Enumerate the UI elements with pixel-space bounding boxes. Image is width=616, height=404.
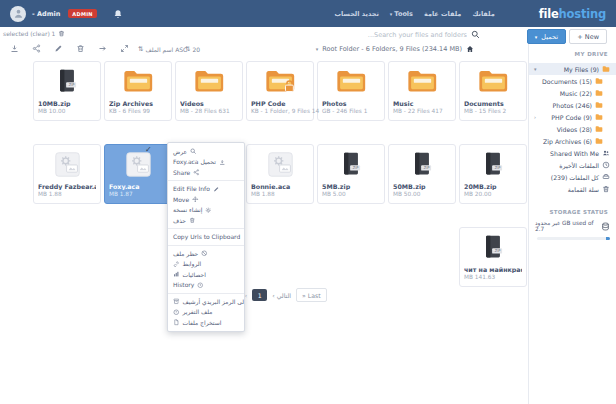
item-name[interactable]: PHP Code	[251, 100, 309, 107]
user-menu[interactable]: - Admin	[32, 10, 60, 18]
sidebar-item-videos[interactable]: Videos (28)	[529, 123, 616, 135]
upload-button[interactable]: تحميل ▾	[527, 29, 566, 44]
share-icon[interactable]	[32, 44, 41, 53]
expand-icon[interactable]	[120, 44, 129, 53]
sidebar-item-music[interactable]: Music (22)	[529, 87, 616, 99]
file-card-minecraft-cheat-zip[interactable]: .ZIP чит на майнкрафт.zip MB 141.63	[459, 227, 527, 287]
item-name[interactable]: 20MB.zip	[464, 183, 522, 190]
menu-item-view[interactable]: عرض	[168, 146, 244, 157]
sidebar-item-trash[interactable]: سلة القمامة	[529, 183, 616, 195]
menu-item-block-file[interactable]: حظر ملف	[168, 248, 244, 259]
menu-item-report-file[interactable]: ملف التقرير	[168, 307, 244, 318]
search-icon[interactable]	[471, 30, 480, 39]
breadcrumb[interactable]: ▾ Root Folder - 6 Folders, 9 Files (234.…	[316, 45, 474, 53]
selected-count-text[interactable]: selected (clear) 1	[3, 30, 55, 37]
nav-renew-account[interactable]: تجديد الحساب	[335, 10, 379, 18]
folder-card-zip-archives[interactable]: Zip Archives KB - 6 Files 99	[104, 61, 172, 121]
share-icon	[193, 169, 200, 176]
item-meta: MB - 15 Files 2	[464, 108, 522, 114]
chevron-down-icon[interactable]: ▾	[534, 66, 540, 72]
nav-tools-dropdown[interactable]: Tools▾	[390, 10, 413, 18]
trash-icon	[602, 185, 610, 193]
folder-card-music[interactable]: Music MB - 22 Files 417	[388, 61, 456, 121]
item-name[interactable]: Freddy Fazbear.aca	[38, 183, 96, 190]
user-avatar[interactable]	[10, 6, 26, 22]
sidebar-item-php-code[interactable]: › PHP Code (9)	[529, 111, 616, 123]
menu-item-links[interactable]: الروابط	[168, 259, 244, 270]
file-card-freddy[interactable]: Freddy Fazbear.aca MB 1.88	[33, 144, 101, 204]
item-name[interactable]: Photos	[322, 100, 380, 107]
folder-card-documents[interactable]: Documents MB - 15 Files 2	[459, 61, 527, 121]
pagination-last[interactable]: » Last	[296, 288, 327, 302]
home-icon[interactable]	[466, 45, 474, 53]
notifications-bell-icon[interactable]	[113, 9, 123, 19]
archive-icon	[173, 298, 180, 305]
sidebar-item-documents[interactable]: Documents (15)	[529, 75, 616, 87]
item-name[interactable]: Zip Archives	[109, 100, 167, 107]
item-name[interactable]: Foxy.aca	[109, 183, 167, 190]
chevron-expander-icon[interactable]: ›	[534, 114, 540, 120]
item-name[interactable]: 5MB.zip	[322, 183, 380, 190]
item-name[interactable]: Videos	[180, 100, 238, 107]
pagination-prev[interactable]: ‹	[245, 292, 247, 299]
file-card-foxy-selected[interactable]: ✓ Foxy.aca MB 1.87	[104, 144, 172, 204]
zip-file-icon: .ZIP	[409, 151, 435, 177]
menu-item-edit-file-info[interactable]: Edit File Info	[168, 184, 244, 195]
new-button[interactable]: + New	[569, 29, 607, 44]
trash-icon[interactable]	[76, 44, 85, 53]
pagination-page-1[interactable]: 1	[252, 289, 267, 301]
file-card-10mb-zip[interactable]: .ZIP 10MB.zip MB 10.00	[33, 61, 101, 121]
per-page-control[interactable]: ⇅ 20	[185, 45, 200, 53]
file-grid: Documents MB - 15 Files 2 Music MB - 22 …	[33, 61, 527, 287]
menu-item-delete[interactable]: حذف	[168, 215, 244, 226]
move-icon[interactable]	[98, 44, 107, 53]
chevron-down-icon: ▾	[535, 34, 538, 40]
menu-item-history[interactable]: History	[168, 280, 244, 291]
item-name[interactable]: 50MB.zip	[393, 183, 451, 190]
clear-selection-trash-icon[interactable]	[58, 30, 65, 37]
item-meta: MB 20.00	[464, 191, 522, 197]
sort-control[interactable]: ⇅ اسم الملف ASC	[138, 45, 187, 53]
item-name[interactable]: чит на майнкрафт.zip	[464, 266, 522, 273]
pencil-icon	[213, 186, 220, 193]
sidebar-item-all-files[interactable]: كل الملفات (239)	[529, 171, 616, 183]
file-card-50mb-zip[interactable]: .ZIP 50MB.zip MB 50.00	[388, 144, 456, 204]
app-logo[interactable]: filehosting	[539, 7, 606, 21]
menu-item-add-to-zip-archive[interactable]: إضافة إلى الرمز البريدي أرشيف	[168, 296, 244, 307]
menu-item-download[interactable]: Foxy.aca تحميل	[168, 157, 244, 168]
menu-item-extract-files[interactable]: استخراج ملفات	[168, 317, 244, 328]
item-meta: MB 141.63	[464, 274, 522, 280]
menu-item-make-copy[interactable]: إنشاء نسخة	[168, 205, 244, 216]
download-icon[interactable]	[10, 44, 19, 53]
edit-icon[interactable]	[54, 44, 63, 53]
folder-card-php-code[interactable]: PHP Code KB - 1 Folder, 9 Files 14	[246, 61, 314, 121]
sidebar-item-zip-archives[interactable]: Zip Archives (6)	[529, 135, 616, 147]
sidebar-item-shared-with-me[interactable]: Shared With Me	[529, 147, 616, 159]
sidebar-item-photos[interactable]: Photos (246)	[529, 99, 616, 111]
folder-card-videos[interactable]: Videos MB - 28 Files 631	[175, 61, 243, 121]
file-card-20mb-zip[interactable]: .ZIP 20MB.zip MB 20.00	[459, 144, 527, 204]
folder-icon	[595, 113, 603, 121]
nav-your-files[interactable]: ملفاتك	[472, 10, 494, 18]
clock-icon	[602, 161, 610, 169]
nav-public-files[interactable]: ملفات عامة	[424, 10, 461, 18]
menu-item-share[interactable]: Share	[168, 167, 244, 178]
sidebar-item-my-files[interactable]: ▾ My Files (9)	[529, 63, 616, 75]
item-name[interactable]: Music	[393, 100, 451, 107]
sidebar-item-recent-files[interactable]: الملفات الأخيرة	[529, 159, 616, 171]
item-name[interactable]: Documents	[464, 100, 522, 107]
zip-file-icon: .ZIP	[338, 151, 364, 177]
file-card-5mb-zip[interactable]: .ZIP 5MB.zip MB 5.00	[317, 144, 385, 204]
item-meta: MB 50.00	[393, 191, 451, 197]
menu-item-copy-urls[interactable]: Copy Urls to Clipboard	[168, 232, 244, 243]
folder-card-photos[interactable]: Photos GB - 246 Files 1	[317, 61, 385, 121]
menu-item-statistics[interactable]: احصائيات	[168, 269, 244, 280]
menu-item-move[interactable]: Move	[168, 194, 244, 205]
pagination-next[interactable]: ‹ التالي	[272, 292, 291, 299]
search-input[interactable]	[321, 31, 467, 39]
folder-icon	[336, 69, 367, 93]
item-name[interactable]: Bonnie.aca	[251, 183, 309, 190]
item-name[interactable]: 10MB.zip	[38, 100, 96, 107]
menu-divider	[168, 180, 244, 181]
file-card-bonnie[interactable]: Bonnie.aca MB 1.88	[246, 144, 314, 204]
